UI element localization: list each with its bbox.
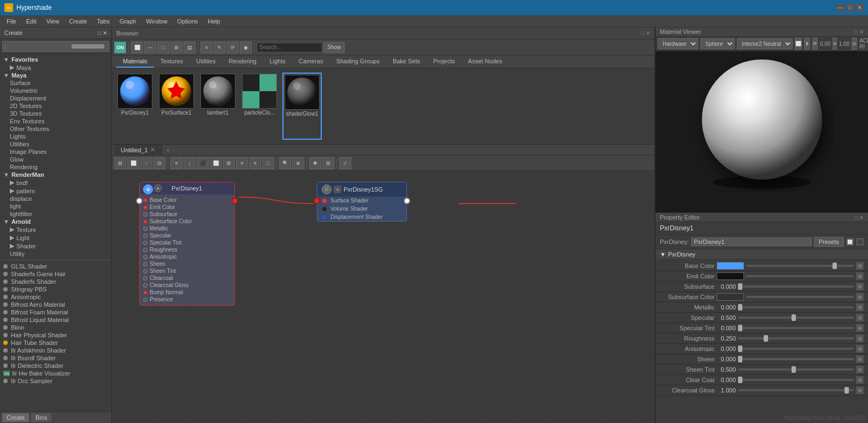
mv-btn3[interactable]: ⊙ xyxy=(852,38,857,50)
pe-thumb-metallic[interactable] xyxy=(738,304,742,311)
shader-ilr-dielectric[interactable]: Ilr Dielectric Shader xyxy=(1,362,110,370)
toolbar-btn7[interactable]: ✎ xyxy=(214,41,226,53)
pxrdisney1-node[interactable]: S ≡ ✿ PxrDisney1 Base Color xyxy=(139,182,235,306)
tree-maya-fav[interactable]: ▶ Maya xyxy=(1,63,110,72)
tree-lights[interactable]: Lights xyxy=(1,133,110,140)
ne-btn2[interactable]: ⬜ xyxy=(127,157,139,169)
port-subsurface[interactable]: Subsurface xyxy=(140,211,234,218)
port-clearcoat-gloss[interactable]: Clearcoat Gloss xyxy=(140,282,234,289)
pe-copy-btn[interactable]: ⬜ xyxy=(846,238,854,246)
port-sheen[interactable]: Sheen xyxy=(140,260,234,267)
tree-arnold-utility[interactable]: Utility xyxy=(1,250,110,258)
ne-btn10[interactable]: ≡ xyxy=(236,157,248,169)
pe-thumb-roughness[interactable] xyxy=(764,335,768,342)
pe-map-anisotropic[interactable]: ⊞ xyxy=(856,345,864,353)
menu-edit[interactable]: Edit xyxy=(22,17,41,26)
create-panel-controls[interactable]: □ ✕ xyxy=(98,30,107,36)
shader-bifrost-liquid[interactable]: Bifrost Liquid Material xyxy=(1,316,110,324)
port-presence[interactable]: Presence xyxy=(140,296,234,303)
tab-cameras[interactable]: Cameras xyxy=(292,56,330,68)
mv-refresh-btn[interactable]: ⟳ xyxy=(812,38,818,50)
pxrdisney1sg-node[interactable]: ⬡ ≡ PxrDisney1SG Surface Shader Volume S xyxy=(317,182,407,222)
pe-map-specular-tint[interactable]: ⊞ xyxy=(856,324,864,332)
tree-arnold[interactable]: ▼ Arnold xyxy=(1,218,110,225)
shader-sfx-hair[interactable]: Shaderfx Game Hair xyxy=(1,270,110,278)
mv-shape-select[interactable]: Sphere xyxy=(700,38,735,49)
ne-btn16[interactable]: ⊞ xyxy=(322,157,334,169)
toolbar-btn1[interactable]: ⬜ xyxy=(131,41,143,53)
pe-map-specular[interactable]: ⊞ xyxy=(856,314,864,321)
add-tab-btn[interactable]: + xyxy=(162,145,174,155)
material-pxrsurface1[interactable]: PxrSurface1 xyxy=(158,73,195,140)
node-tab-untitled[interactable]: Untitled_1 ✕ xyxy=(114,145,162,155)
port-clearcoat[interactable]: Clearcoat xyxy=(140,275,234,282)
shader-blinn[interactable]: Blinn xyxy=(1,324,110,331)
ne-btn9[interactable]: ⊞ xyxy=(223,157,235,169)
ne-btn7[interactable]: ⬛ xyxy=(197,157,209,169)
tree-utilities[interactable]: Utilities xyxy=(1,140,110,148)
pe-map-subsurface[interactable]: ⊞ xyxy=(856,283,864,290)
pe-thumb-clear-coat[interactable] xyxy=(738,377,742,383)
material-particleclo[interactable]: particleClo... xyxy=(241,73,278,140)
menu-create[interactable]: Create xyxy=(64,17,91,26)
tree-displace[interactable]: displace xyxy=(1,195,110,202)
pe-slider-base-color[interactable] xyxy=(746,265,854,267)
tree-lightfilter[interactable]: lightfilter xyxy=(1,210,110,218)
pe-thumb-sheen-tint[interactable] xyxy=(792,366,796,373)
menu-window[interactable]: Window xyxy=(141,17,172,26)
tab-utilities[interactable]: Utilities xyxy=(190,56,222,68)
shader-ilr-hw-bake[interactable]: Vs Ilr Hw Bake Visualizer xyxy=(1,370,110,377)
pe-slider-roughness[interactable] xyxy=(738,337,854,339)
ne-btn14[interactable]: ⊕ xyxy=(292,157,304,169)
pe-controls[interactable]: □ ✕ xyxy=(854,215,864,221)
port-base-color[interactable]: Base Color xyxy=(140,196,234,204)
tab-rendering[interactable]: Rendering xyxy=(222,56,263,68)
pe-map-roughness[interactable]: ⊞ xyxy=(856,335,864,342)
shader-ilr-occ[interactable]: Ilr Occ Sampler xyxy=(1,377,110,385)
toolbar-btn6[interactable]: ≡ xyxy=(200,41,212,53)
shader-hair-tube[interactable]: Hair Tube Shader xyxy=(1,339,110,347)
mv-renderer-select[interactable]: Hardware xyxy=(658,38,698,49)
ne-btn12[interactable]: □ xyxy=(262,157,274,169)
window-controls[interactable]: — □ ✕ xyxy=(836,4,864,11)
pe-slider-specular[interactable] xyxy=(738,317,854,319)
shader-ilr-bssrdf[interactable]: Ilr Bssrdf Shader xyxy=(1,354,110,362)
tree-imageplanes[interactable]: Image Planes xyxy=(1,148,110,156)
shader-anisotropic[interactable]: Anisotropic xyxy=(1,293,110,301)
close-tab-btn[interactable]: ✕ xyxy=(150,146,155,153)
port-anisotropic[interactable]: Anisotropic xyxy=(140,253,234,260)
maximize-button[interactable]: □ xyxy=(846,4,854,11)
mv-btn1[interactable]: ⬜ xyxy=(795,38,802,50)
tree-othertextures[interactable]: Other Textures xyxy=(1,125,110,133)
pe-thumb-specular-tint[interactable] xyxy=(738,325,742,331)
pe-thumb-clearcoat-gloss[interactable] xyxy=(845,387,849,394)
ne-btn11[interactable]: ≡ xyxy=(249,157,261,169)
tab-bake-sets[interactable]: Bake Sets xyxy=(386,56,427,68)
shader-bifrost-foam[interactable]: Bifrost Foam Material xyxy=(1,308,110,316)
pe-slider-clearcoat-gloss[interactable] xyxy=(738,389,854,391)
pe-thumb-subsurface[interactable] xyxy=(738,283,742,290)
pe-slider-sheen-tint[interactable] xyxy=(738,368,854,371)
pe-thumb-base-color[interactable] xyxy=(832,263,837,269)
shader-sfx[interactable]: Shaderfx Shader xyxy=(1,278,110,285)
tree-rendering[interactable]: Rendering xyxy=(1,163,110,171)
material-shaderglow1[interactable]: shaderGlow1 xyxy=(282,73,322,140)
port-specular[interactable]: Specular xyxy=(140,232,234,239)
pe-thumb-specular[interactable] xyxy=(792,314,796,321)
toolbar-on-btn[interactable]: ON xyxy=(114,41,126,53)
pe-paste-btn[interactable]: ⬛ xyxy=(856,238,864,246)
shader-ilr-ashikhmin[interactable]: Ilr Ashikhmin Shader xyxy=(1,347,110,354)
port-metallic[interactable]: Metallic xyxy=(140,225,234,232)
pe-thumb-sheen[interactable] xyxy=(738,356,742,362)
pe-map-clearcoat-gloss[interactable]: ⊞ xyxy=(856,386,864,394)
pe-thumb-anisotropic[interactable] xyxy=(738,345,742,352)
shader-hair-physical[interactable]: Hair Physical Shader xyxy=(1,331,110,339)
pe-map-emit-color[interactable]: ⊞ xyxy=(856,272,864,280)
ne-btn15[interactable]: ✚ xyxy=(309,157,321,169)
mv-lighting-select[interactable]: Interior2 Neutral xyxy=(737,38,793,49)
tree-volumetric[interactable]: Volumetric xyxy=(1,87,110,94)
menu-view[interactable]: View xyxy=(42,17,64,26)
pe-slider-emit-color[interactable] xyxy=(746,275,854,277)
material-lambert1[interactable]: lambert1 xyxy=(199,73,237,140)
close-button[interactable]: ✕ xyxy=(856,4,864,11)
